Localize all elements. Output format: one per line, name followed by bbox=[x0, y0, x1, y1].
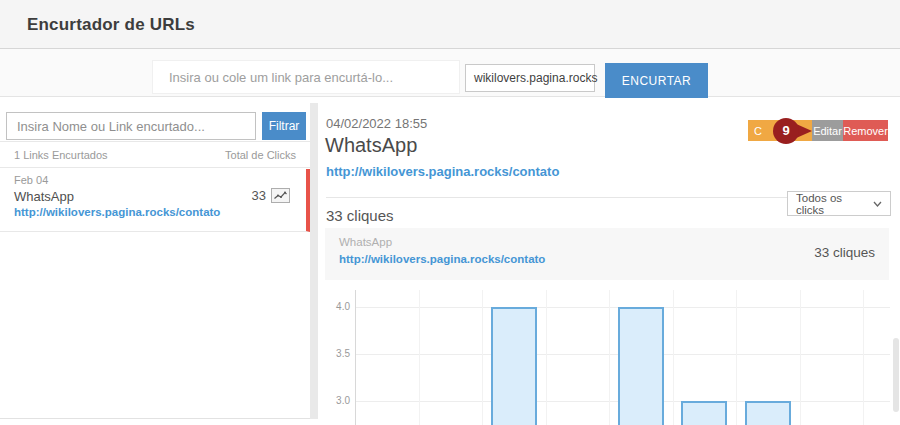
breakdown-url[interactable]: http://wikilovers.pagina.rocks/contato bbox=[339, 253, 545, 265]
page-title: Encurtador de URLs bbox=[27, 0, 195, 49]
chart-gridline-v bbox=[673, 290, 674, 425]
breakdown-clicks: 33 cliques bbox=[814, 245, 875, 260]
chart-bar bbox=[618, 307, 664, 425]
edit-button[interactable]: Editar bbox=[812, 120, 843, 141]
app-window: Encurtador de URLs wikilovers.pagina.roc… bbox=[0, 0, 900, 425]
filter-input[interactable] bbox=[6, 112, 256, 140]
clicks-breakdown-card: WhatsApp http://wikilovers.pagina.rocks/… bbox=[325, 228, 889, 280]
chart-axis-y bbox=[355, 290, 356, 425]
clicks-filter-select[interactable]: Todos os clicks bbox=[787, 191, 891, 216]
annotation-badge-9: 9 bbox=[773, 118, 799, 144]
chart-gridline-v bbox=[609, 290, 610, 425]
link-list-item[interactable]: Feb 04 WhatsApp http://wikilovers.pagina… bbox=[0, 169, 310, 232]
breakdown-name: WhatsApp bbox=[339, 236, 392, 248]
shorten-form-bar: wikilovers.pagina.rocks ENCURTAR bbox=[0, 49, 900, 97]
chevron-down-icon bbox=[873, 201, 882, 207]
links-list-header: 1 Links Encurtados Total de Clicks bbox=[0, 141, 310, 168]
domain-select[interactable]: wikilovers.pagina.rocks bbox=[465, 64, 595, 92]
link-item-clicks: 33 bbox=[252, 188, 290, 203]
chart-gridline-v bbox=[736, 290, 737, 425]
chart-ytick-label: 4.0 bbox=[318, 301, 350, 313]
links-sidebar: Filtrar 1 Links Encurtados Total de Clic… bbox=[0, 103, 310, 419]
clicks-filter-value: Todos os clicks bbox=[796, 192, 873, 216]
chart-gridline-v bbox=[419, 290, 420, 425]
chart-gridline-v bbox=[863, 290, 864, 425]
chart-gridline-v bbox=[482, 290, 483, 425]
chart-ytick-label: 3.5 bbox=[318, 348, 350, 360]
app-header: Encurtador de URLs bbox=[0, 0, 900, 49]
remove-button[interactable]: Remover bbox=[843, 120, 888, 141]
clicks-total-heading: 33 cliques bbox=[326, 207, 394, 224]
domain-select-value: wikilovers.pagina.rocks bbox=[474, 71, 597, 85]
chart-bar bbox=[491, 307, 537, 425]
chart-bar bbox=[745, 401, 791, 425]
panel-divider bbox=[310, 103, 318, 419]
links-count-label: 1 Links Encurtados bbox=[14, 149, 108, 161]
chart-ytick-label: 3.0 bbox=[318, 395, 350, 407]
chart-gridline-v bbox=[546, 290, 547, 425]
page-scrollbar-thumb[interactable] bbox=[893, 338, 899, 412]
shorten-url-input[interactable] bbox=[152, 60, 460, 94]
link-item-name: WhatsApp bbox=[14, 189, 74, 204]
total-clicks-label: Total de Clicks bbox=[225, 149, 296, 161]
link-actions: C Editar Remover bbox=[748, 120, 888, 141]
link-item-date: Feb 04 bbox=[14, 174, 48, 186]
link-title: WhatsApp bbox=[325, 134, 417, 157]
link-timestamp: 04/02/2022 18:55 bbox=[326, 116, 427, 131]
link-short-url[interactable]: http://wikilovers.pagina.rocks/contato bbox=[326, 164, 559, 179]
section-divider bbox=[326, 197, 804, 198]
filter-button[interactable]: Filtrar bbox=[262, 112, 306, 140]
shorten-button[interactable]: ENCURTAR bbox=[605, 63, 708, 98]
sparkline-chart-icon[interactable] bbox=[271, 188, 290, 203]
link-item-clicks-count: 33 bbox=[252, 188, 266, 203]
chart-bar bbox=[681, 401, 727, 425]
clicks-chart: 4.03.53.0 bbox=[318, 288, 900, 425]
link-item-url[interactable]: http://wikilovers.pagina.rocks/contato bbox=[14, 206, 220, 218]
chart-gridline-v bbox=[800, 290, 801, 425]
link-detail-panel: 04/02/2022 18:55 WhatsApp http://wikilov… bbox=[318, 103, 900, 425]
